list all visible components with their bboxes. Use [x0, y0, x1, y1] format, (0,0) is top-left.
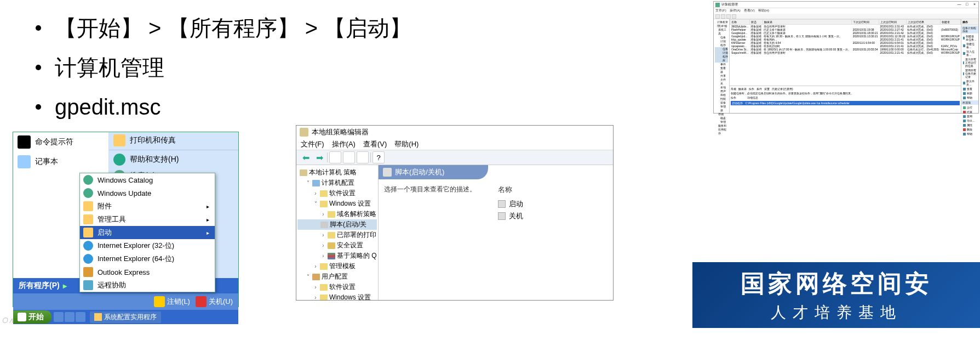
tree-systools[interactable]: 系统工具: [715, 28, 728, 36]
tree-diskmgmt[interactable]: 磁盘管理: [715, 116, 728, 124]
tab-conditions[interactable]: 条件: [757, 87, 762, 90]
tree-user-config[interactable]: ˅用户配置: [297, 271, 377, 282]
action-item[interactable]: 帮助: [961, 132, 978, 136]
minimize-button[interactable]: —: [955, 2, 963, 7]
pinned-notepad[interactable]: 记事本: [13, 152, 108, 172]
maximize-button[interactable]: □: [963, 2, 971, 7]
tree-users[interactable]: 本地用户和组: [715, 86, 728, 97]
tab-triggers[interactable]: 触发器: [738, 87, 747, 90]
taskbar-task[interactable]: 系统配置实用程序: [90, 312, 161, 323]
action-item[interactable]: 帮助: [961, 95, 978, 100]
tree-root[interactable]: 本地计算机 策略: [297, 167, 377, 178]
submenu-outlook[interactable]: Outlook Express: [80, 265, 215, 279]
printer-icon: [113, 134, 125, 146]
start-button[interactable]: 开始: [13, 310, 51, 324]
toolbar-fwd[interactable]: [721, 14, 725, 19]
tree-policy-qos[interactable]: ›基于策略的 Q: [297, 251, 377, 261]
tree-shared[interactable]: 共享文件夹: [715, 74, 728, 86]
col-trigger[interactable]: 触发器: [763, 20, 851, 25]
toolbar-btn-3[interactable]: [357, 151, 369, 163]
toolbar-back[interactable]: [715, 14, 720, 19]
action-item[interactable]: 导出...: [961, 118, 978, 123]
toolbar-up[interactable]: [726, 14, 731, 19]
tree-root[interactable]: 计算机管理(本地): [715, 20, 728, 28]
submenu-startup[interactable]: 启动▸: [80, 226, 215, 239]
toolbar-btn-1[interactable]: [329, 151, 341, 163]
action-item[interactable]: 新文件夹...: [961, 79, 978, 87]
action-item[interactable]: 显示所有正在运行的任务: [961, 57, 978, 68]
action-item[interactable]: 禁用: [961, 114, 978, 118]
tree-security[interactable]: ›安全设置: [297, 240, 377, 251]
tree-services[interactable]: 服务和应用程序: [715, 124, 728, 135]
menu-file[interactable]: 文件(F): [301, 139, 324, 149]
tab-history[interactable]: 历史记录(已禁用): [772, 87, 793, 90]
pinned-cmd[interactable]: 命令提示符: [13, 132, 108, 152]
col-lastrun[interactable]: 上次运行时间: [879, 20, 907, 25]
tab-actions[interactable]: 操作: [749, 87, 754, 90]
action-item[interactable]: 删除: [961, 127, 978, 132]
action-item[interactable]: 结束: [961, 110, 978, 114]
tree-tasklib[interactable]: 任务计划程序库: [715, 47, 728, 63]
tree-admin-templates[interactable]: ›管理模板: [297, 261, 377, 271]
menu-file[interactable]: 文件(F): [715, 8, 726, 14]
submenu-accessories[interactable]: 附件▸: [80, 200, 215, 213]
tree-perf[interactable]: 性能: [715, 97, 728, 101]
tree-eventvwr[interactable]: 事件查看器: [715, 63, 728, 74]
submenu-ie64[interactable]: Internet Explorer (64-位): [80, 252, 215, 265]
ql-ie-icon[interactable]: [54, 312, 64, 322]
action-item[interactable]: 创建任务...: [961, 42, 978, 49]
forward-button[interactable]: ➡: [313, 151, 325, 163]
tree-user-windows[interactable]: ›Windows 设置: [297, 292, 377, 300]
menu-help[interactable]: 帮助(H): [394, 139, 419, 149]
submenu-catalog[interactable]: Windows Catalog: [80, 173, 215, 186]
toolbar-help[interactable]: ?: [372, 151, 385, 163]
menu-view[interactable]: 查看(V): [744, 8, 755, 14]
tree-windows-settings[interactable]: ˅Windows 设置: [297, 199, 377, 209]
action-item[interactable]: 刷新: [961, 91, 978, 95]
tree-tasksched[interactable]: 任务计划程序: [715, 36, 728, 47]
ql-desktop-icon[interactable]: [76, 312, 85, 322]
action-item[interactable]: 导入任务...: [961, 49, 978, 57]
back-button[interactable]: ⬅: [300, 151, 312, 163]
submenu-remote[interactable]: 远程协助: [80, 279, 215, 292]
tab-settings[interactable]: 设置: [764, 87, 770, 90]
tree-printers[interactable]: ›已部署的打印: [297, 230, 377, 240]
menu-action[interactable]: 操作(A): [730, 8, 741, 14]
tree-user-software[interactable]: ›软件设置: [297, 282, 377, 292]
logoff-button[interactable]: 注销(L): [154, 296, 190, 307]
menu-help[interactable]: 帮助(H): [758, 8, 769, 14]
action-item[interactable]: 运行: [961, 105, 978, 110]
tree-scripts[interactable]: 脚本(启动/关: [297, 219, 377, 230]
col-status[interactable]: 状态: [749, 20, 763, 25]
toolbar-btn-2[interactable]: [343, 151, 355, 163]
tree-software[interactable]: ›软件设置: [297, 188, 377, 199]
shutdown-button[interactable]: 关机(U): [196, 296, 233, 307]
tree-storage[interactable]: 存储: [715, 112, 728, 116]
item-printers[interactable]: 打印机和传真: [109, 132, 238, 149]
col-result[interactable]: 上次运行结果: [906, 20, 940, 25]
list-item-startup[interactable]: 启动: [498, 198, 523, 210]
table-row[interactable]: SogouImeM...准备就绪当任何用户登录时2020/10/31 2:21:…: [730, 51, 961, 54]
tree-devmgr[interactable]: 设备管理器: [715, 101, 728, 112]
action-item[interactable]: 禁用所有任务历史记录: [961, 68, 978, 79]
action-item[interactable]: 属性: [961, 123, 978, 127]
ql-oe-icon[interactable]: [65, 312, 74, 322]
submenu-ie32[interactable]: Internet Explorer (32-位): [80, 239, 215, 252]
col-author[interactable]: 创建者: [940, 20, 961, 25]
tree-computer-config[interactable]: ˅计算机配置: [297, 178, 377, 188]
action-item[interactable]: 创建基本任务...: [961, 34, 978, 42]
tree-dns[interactable]: ›域名解析策略: [297, 209, 377, 219]
detail-selected-row[interactable]: 启动程序 C:\Program Files (x86)\Google\Updat…: [731, 101, 960, 105]
item-help[interactable]: 帮助和支持(H): [109, 151, 238, 168]
tab-general[interactable]: 常规: [731, 87, 736, 90]
col-name[interactable]: 名称: [730, 20, 749, 25]
close-button[interactable]: ×: [971, 2, 978, 7]
submenu-winupdate[interactable]: Windows Update: [80, 186, 215, 200]
action-item[interactable]: 查看: [961, 87, 978, 91]
menu-action[interactable]: 操作(A): [332, 139, 356, 149]
submenu-admintools[interactable]: 管理工具▸: [80, 213, 215, 226]
menu-view[interactable]: 查看(V): [363, 139, 387, 149]
toolbar-refresh[interactable]: [732, 14, 736, 19]
list-item-shutdown[interactable]: 关机: [498, 210, 523, 222]
col-nextrun[interactable]: 下次运行时间: [852, 20, 879, 25]
